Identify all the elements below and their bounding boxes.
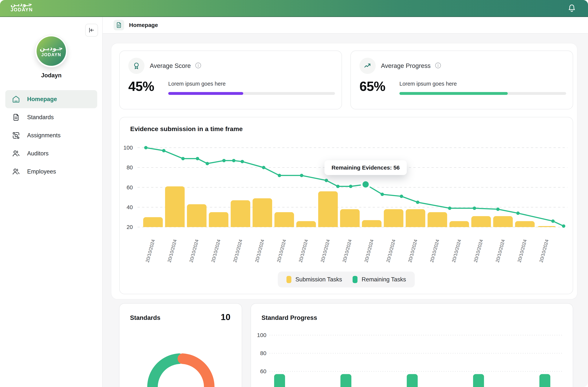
svg-text:20/10/2024: 20/10/2024 — [516, 239, 527, 263]
org-avatar-latin: JODAYN — [41, 52, 61, 57]
medal-icon — [128, 58, 145, 74]
svg-text:20/10/2024: 20/10/2024 — [407, 239, 418, 263]
sidebar-item-label: Assignments — [27, 132, 61, 139]
sidebar-item-label: Employees — [27, 168, 56, 175]
topbar: جـوديـن JODAYN — [0, 0, 588, 17]
svg-text:20/10/2024: 20/10/2024 — [189, 239, 200, 263]
legend-item-submission-tasks[interactable]: Submission Tasks — [286, 276, 342, 283]
svg-text:20/10/2024: 20/10/2024 — [232, 239, 243, 263]
document-icon — [12, 113, 20, 122]
sidebar-item-label: Auditors — [27, 150, 49, 157]
sidebar-item-assignments[interactable]: Assignments — [5, 126, 97, 144]
sidebar-item-label: Standards — [27, 114, 54, 121]
svg-text:20/10/2024: 20/10/2024 — [254, 239, 265, 263]
sidebar-item-standards[interactable]: Standards — [5, 108, 97, 126]
evidence-chart[interactable]: 1008060402020/10/202420/10/202420/10/202… — [120, 140, 573, 264]
svg-text:100: 100 — [123, 144, 133, 151]
svg-text:80: 80 — [260, 350, 266, 356]
org-avatar-arabic: جـوديـن — [40, 45, 63, 51]
users-icon — [12, 167, 20, 176]
average-score-value: 45% — [128, 79, 154, 94]
org-name: Jodayn — [0, 72, 103, 79]
sidebar-nav: Homepage Standards Assignment — [5, 90, 97, 181]
brand-logo-latin: JODAYN — [11, 7, 33, 12]
standards-donut-chart[interactable] — [119, 304, 242, 387]
svg-text:80: 80 — [126, 164, 133, 170]
svg-text:40: 40 — [126, 204, 133, 210]
breadcrumb-bar: Homepage — [103, 17, 588, 34]
svg-text:20/10/2024: 20/10/2024 — [385, 239, 396, 263]
svg-text:20: 20 — [126, 224, 133, 230]
info-icon[interactable] — [435, 62, 441, 69]
remaining-tasks-swatch — [353, 276, 357, 283]
sidebar-item-homepage[interactable]: Homepage — [5, 90, 97, 108]
svg-text:20/10/2024: 20/10/2024 — [473, 239, 484, 263]
svg-text:20/10/2024: 20/10/2024 — [341, 239, 353, 263]
average-progress-value: 65% — [359, 79, 385, 94]
app-root: جـوديـن JODAYN جـوديـن JODAYN Jodayn — [0, 0, 588, 387]
average-progress-card: Average Progress 65% Lorem ipsum goes he… — [350, 50, 573, 109]
svg-text:20/10/2024: 20/10/2024 — [495, 239, 506, 263]
chart-legend: Submission Tasks Remaining Tasks — [278, 272, 415, 287]
standard-progress-title: Standard Progress — [261, 314, 317, 321]
standard-progress-chart[interactable]: 100806040 — [251, 324, 573, 387]
brand-logo-arabic: جـوديـن — [11, 1, 33, 7]
svg-text:40: 40 — [260, 386, 266, 387]
svg-text:60: 60 — [126, 184, 133, 190]
svg-text:60: 60 — [260, 368, 266, 374]
average-progress-progress-fill — [399, 92, 508, 95]
svg-text:100: 100 — [257, 332, 266, 338]
breadcrumb[interactable]: Homepage — [129, 22, 158, 28]
sidebar-item-auditors[interactable]: Auditors — [5, 144, 97, 162]
average-score-progress-fill — [168, 92, 243, 95]
average-progress-title: Average Progress — [381, 62, 431, 69]
main-content: Homepage Average Score 45% Lorem ipsum — [103, 17, 588, 387]
average-score-progressbar — [168, 92, 335, 95]
standards-card: Standards 10 — [119, 303, 242, 387]
info-icon[interactable] — [195, 62, 201, 69]
svg-text:20/10/2024: 20/10/2024 — [451, 239, 462, 263]
sidebar-item-label: Homepage — [27, 96, 57, 103]
assignments-icon — [12, 131, 20, 140]
brand-logo: جـوديـن JODAYN — [11, 1, 33, 12]
svg-text:20/10/2024: 20/10/2024 — [538, 239, 549, 263]
average-score-card: Average Score 45% Lorem ipsum goes here — [119, 50, 342, 109]
chart-tooltip: Remaining Evidences: 56 — [324, 160, 407, 175]
svg-text:20/10/2024: 20/10/2024 — [167, 239, 178, 263]
users-icon — [12, 149, 20, 158]
standard-progress-card: Standard Progress 100806040 — [251, 303, 573, 387]
average-score-description: Lorem ipsum goes here — [168, 81, 226, 87]
home-icon — [12, 95, 20, 104]
evidence-chart-title: Evidence submission in a time frame — [130, 125, 243, 133]
average-progress-progressbar — [399, 92, 566, 95]
notifications-bell-icon[interactable] — [567, 4, 576, 13]
svg-text:20/10/2024: 20/10/2024 — [276, 239, 287, 263]
svg-text:20/10/2024: 20/10/2024 — [363, 239, 374, 263]
svg-text:20/10/2024: 20/10/2024 — [210, 239, 221, 263]
svg-text:20/10/2024: 20/10/2024 — [429, 239, 440, 263]
sidebar-item-employees[interactable]: Employees — [5, 162, 97, 181]
submission-tasks-swatch — [286, 276, 291, 283]
breadcrumb-document-icon — [114, 20, 124, 30]
average-progress-header: Average Progress — [359, 58, 441, 74]
sidebar-collapse-button[interactable] — [85, 24, 98, 37]
average-score-header: Average Score — [128, 58, 201, 74]
legend-item-remaining-tasks[interactable]: Remaining Tasks — [353, 276, 406, 283]
average-progress-description: Lorem ipsum goes here — [399, 81, 457, 87]
svg-text:20/10/2024: 20/10/2024 — [319, 239, 331, 263]
sidebar: جـوديـن JODAYN Jodayn Homepage Standards — [0, 17, 103, 387]
trending-up-icon — [359, 58, 376, 74]
average-score-title: Average Score — [150, 62, 191, 69]
svg-text:20/10/2024: 20/10/2024 — [298, 239, 309, 263]
evidence-chart-card: Evidence submission in a time frame 1008… — [119, 117, 573, 294]
svg-text:20/10/2024: 20/10/2024 — [145, 239, 156, 263]
org-avatar: جـوديـن JODAYN — [35, 35, 67, 67]
